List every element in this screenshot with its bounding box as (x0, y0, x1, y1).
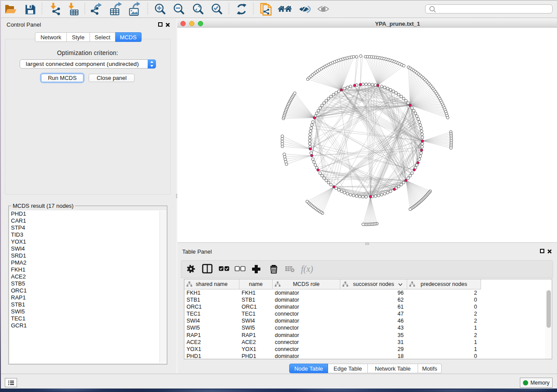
svg-text:f(x): f(x) (301, 264, 313, 274)
